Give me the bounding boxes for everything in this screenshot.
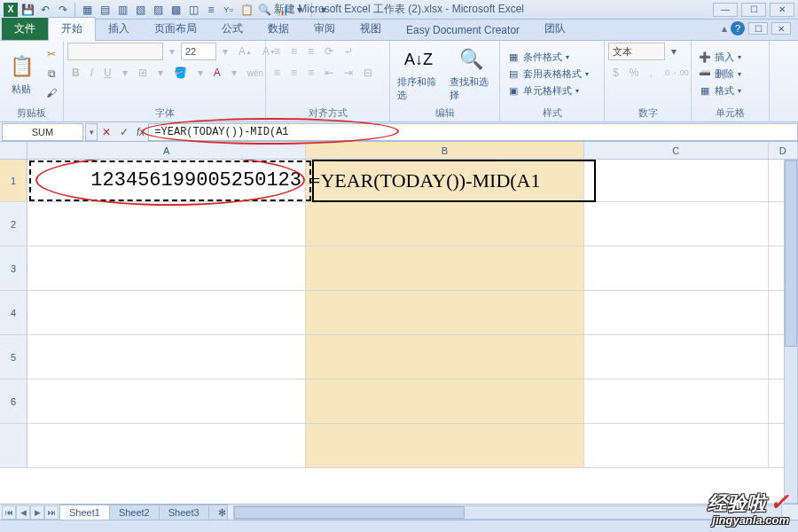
tab-view[interactable]: 视图 — [348, 18, 394, 40]
border-dropdown-icon[interactable]: ▾ — [153, 64, 168, 82]
tab-easy-doc[interactable]: Easy Document Creator — [394, 20, 532, 40]
copy-icon[interactable]: ⧉ — [42, 65, 61, 82]
paste-button[interactable]: 📋 粘贴 — [4, 51, 39, 98]
qat-custom-11[interactable]: 🔍 — [256, 2, 272, 18]
merge-icon[interactable]: ⊟ — [359, 64, 377, 82]
horizontal-scroll-thumb[interactable] — [234, 506, 465, 519]
cell-b5[interactable] — [306, 335, 584, 379]
redo-icon[interactable]: ↷ — [55, 2, 71, 18]
window-close-child[interactable]: ✕ — [771, 22, 791, 35]
col-header-c[interactable]: C — [584, 142, 769, 159]
percent-icon[interactable]: % — [625, 64, 644, 82]
row-header-7[interactable] — [0, 424, 27, 467]
align-top-icon[interactable]: ≡ — [270, 43, 285, 60]
cell-c5[interactable] — [584, 335, 769, 379]
cell-a2[interactable] — [27, 202, 306, 246]
cell-a6[interactable] — [27, 379, 306, 423]
number-format-input[interactable] — [608, 43, 665, 60]
comma-icon[interactable]: , — [645, 64, 656, 82]
underline-button[interactable]: U — [99, 64, 116, 82]
tab-nav-next-icon[interactable]: ▶ — [30, 505, 44, 520]
cell-b1[interactable]: =YEAR(TODAY())-MID(A1 — [306, 160, 584, 201]
increase-indent-icon[interactable]: ⇥ — [340, 64, 357, 82]
insert-cells-button[interactable]: ➕插入▾ — [695, 50, 745, 65]
vertical-scrollbar[interactable] — [784, 160, 798, 504]
tab-page-layout[interactable]: 页面布局 — [142, 18, 209, 40]
qat-custom-4[interactable]: ▧ — [132, 2, 148, 18]
cut-icon[interactable]: ✂ — [42, 45, 61, 63]
cancel-entry-button[interactable]: ✕ — [98, 124, 115, 140]
tab-nav-prev-icon[interactable]: ◀ — [16, 505, 30, 520]
vertical-scroll-thumb[interactable] — [785, 160, 797, 347]
close-button[interactable]: ✕ — [770, 3, 794, 17]
currency-icon[interactable]: $ — [608, 64, 623, 82]
underline-dropdown-icon[interactable]: ▾ — [118, 64, 132, 82]
ribbon-minimize-icon[interactable]: ▴ — [722, 22, 727, 35]
sheet-tab-3[interactable]: Sheet3 — [159, 505, 209, 520]
align-middle-icon[interactable]: ≡ — [286, 43, 301, 60]
align-right-icon[interactable]: ≡ — [303, 64, 318, 82]
col-header-d[interactable]: D — [769, 142, 798, 159]
conditional-format-button[interactable]: ▦条件格式▾ — [504, 50, 592, 65]
grid[interactable]: MID(text, start_num, num_chars) 1 123456… — [0, 160, 798, 491]
tab-data[interactable]: 数据 — [255, 18, 301, 40]
fill-color-icon[interactable]: 🪣 — [169, 64, 192, 82]
sheet-tab-2[interactable]: Sheet2 — [109, 505, 160, 520]
qat-custom-3[interactable]: ▥ — [114, 2, 130, 18]
help-icon[interactable]: ? — [731, 21, 745, 35]
font-size-input[interactable] — [181, 43, 216, 60]
cell-a1[interactable]: 123456199005250123 — [27, 160, 306, 201]
cell-b2[interactable] — [306, 202, 584, 246]
number-format-dropdown-icon[interactable]: ▾ — [667, 43, 681, 60]
cell-a4[interactable] — [27, 291, 306, 334]
row-header-5[interactable]: 5 — [0, 335, 27, 379]
select-all-corner[interactable] — [0, 142, 27, 159]
col-header-a[interactable]: A — [27, 142, 306, 159]
cell-a5[interactable] — [27, 335, 306, 379]
tab-review[interactable]: 审阅 — [301, 18, 348, 40]
name-box-dropdown-icon[interactable]: ▾ — [85, 123, 98, 141]
confirm-entry-button[interactable]: ✓ — [115, 124, 133, 140]
cell-c6[interactable] — [584, 379, 769, 423]
orientation-icon[interactable]: ⟳ — [320, 43, 338, 60]
sheet-tab-1[interactable]: Sheet1 — [59, 505, 110, 520]
qat-custom-9[interactable]: Y= — [221, 2, 237, 18]
qat-custom-5[interactable]: ▨ — [150, 2, 166, 18]
align-center-icon[interactable]: ≡ — [286, 64, 301, 82]
cell-c4[interactable] — [584, 291, 769, 334]
tab-formulas[interactable]: 公式 — [209, 18, 255, 40]
table-format-button[interactable]: ▤套用表格格式▾ — [504, 66, 592, 82]
file-tab[interactable]: 文件 — [2, 18, 48, 40]
cell-c1[interactable] — [584, 160, 769, 201]
name-box[interactable] — [2, 123, 83, 141]
cell-b6[interactable] — [306, 379, 584, 423]
cell-style-button[interactable]: ▣单元格样式▾ — [504, 83, 592, 98]
delete-cells-button[interactable]: ➖删除▾ — [695, 66, 745, 82]
save-icon[interactable]: 💾 — [20, 2, 35, 18]
align-left-icon[interactable]: ≡ — [270, 64, 285, 82]
new-sheet-button[interactable]: ✻ — [208, 505, 228, 520]
fill-dropdown-icon[interactable]: ▾ — [193, 64, 207, 82]
tab-team[interactable]: 团队 — [532, 18, 578, 40]
tab-nav-last-icon[interactable]: ⏭ — [44, 505, 59, 520]
tab-home[interactable]: 开始 — [48, 17, 96, 41]
cell-c2[interactable] — [584, 202, 769, 246]
window-restore-child[interactable]: ☐ — [748, 22, 768, 35]
phonetic-icon[interactable]: wén — [243, 66, 268, 81]
row-header-1[interactable]: 1 — [0, 160, 27, 201]
font-color-icon[interactable]: A — [209, 64, 225, 82]
row-header-3[interactable]: 3 — [0, 246, 27, 290]
cell-a3[interactable] — [27, 246, 306, 290]
fx-icon[interactable]: fx — [133, 126, 148, 138]
font-name-input[interactable] — [67, 43, 163, 60]
cell-c3[interactable] — [584, 246, 769, 290]
decrease-indent-icon[interactable]: ⇤ — [320, 64, 338, 82]
row-header-2[interactable]: 2 — [0, 202, 27, 246]
bold-button[interactable]: B — [67, 64, 84, 82]
horizontal-scrollbar[interactable] — [233, 505, 782, 520]
cell-b3[interactable] — [306, 246, 584, 290]
qat-custom-7[interactable]: ◫ — [185, 2, 201, 18]
wrap-text-icon[interactable]: ⤶ — [340, 43, 357, 60]
align-bottom-icon[interactable]: ≡ — [303, 43, 318, 60]
find-select-button[interactable]: 🔍 查找和选择 — [446, 43, 496, 104]
